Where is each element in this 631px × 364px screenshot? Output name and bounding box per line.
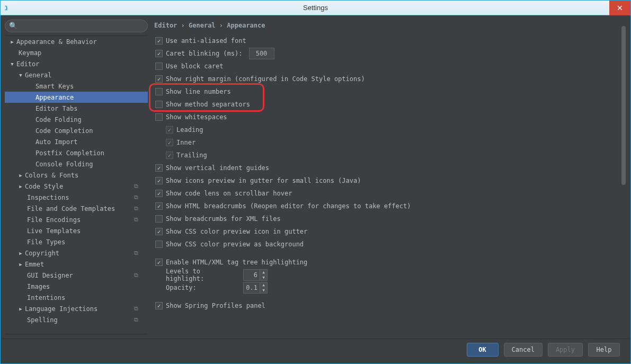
- opt-levels: Levels to highlight: 6▲▼: [155, 269, 626, 281]
- checkbox-icon[interactable]: [155, 177, 163, 184]
- tree-auto-import[interactable]: Auto Import: [5, 136, 148, 147]
- tree-postfix-completion[interactable]: Postfix Completion: [5, 147, 148, 158]
- tree-code-completion[interactable]: Code Completion: [5, 125, 148, 136]
- opt-method-separators[interactable]: Show method separators: [155, 98, 626, 111]
- opt-gutter-icons[interactable]: Show icons preview in gutter for small i…: [155, 174, 626, 187]
- breadcrumb: Editor › General › Appearance: [152, 20, 626, 34]
- chevron-right-icon: ▶: [17, 306, 24, 312]
- tree-intentions[interactable]: Intentions: [5, 292, 148, 303]
- tree-general[interactable]: ▼General: [5, 69, 148, 81]
- chevron-right-icon: ▶: [17, 173, 24, 178]
- project-icon: ⧉: [134, 250, 138, 256]
- opt-ws-inner[interactable]: Inner: [155, 136, 626, 149]
- opt-ws-leading[interactable]: Leading: [155, 123, 626, 136]
- checkbox-icon[interactable]: [155, 241, 163, 248]
- opt-opacity: Opacity: 0.1▲▼: [155, 281, 626, 294]
- project-icon: ⧉: [134, 205, 138, 212]
- tree-file-code-templates[interactable]: File and Code Templates⧉: [5, 203, 148, 214]
- cancel-button[interactable]: Cancel: [504, 343, 543, 357]
- chevron-right-icon: ▶: [9, 39, 15, 45]
- main-panel: Editor › General › Appearance Use anti-a…: [152, 20, 626, 334]
- scrollbar-thumb[interactable]: [621, 26, 626, 185]
- checkbox-icon[interactable]: [155, 228, 163, 235]
- project-icon: ⧉: [134, 216, 138, 223]
- tree-code-style[interactable]: ▶Code Style⧉: [5, 181, 148, 192]
- checkbox-icon[interactable]: [155, 63, 163, 70]
- opt-right-margin[interactable]: Show right margin (configured in Code St…: [155, 73, 626, 85]
- opt-spring[interactable]: Show Spring Profiles panel: [155, 299, 626, 312]
- project-icon: ⧉: [134, 272, 138, 279]
- help-button[interactable]: Help: [588, 343, 620, 357]
- opt-xml-breadcrumbs[interactable]: Show breadcrumbs for XML files: [155, 212, 626, 225]
- project-icon: ⧉: [134, 183, 138, 190]
- caret-ms-input[interactable]: 500: [249, 48, 274, 59]
- tree-inspections[interactable]: Inspections⧉: [5, 192, 148, 203]
- opt-css-bg[interactable]: Show CSS color preview as background: [155, 238, 626, 251]
- chevron-down-icon[interactable]: ▼: [260, 288, 267, 293]
- checkbox-icon[interactable]: [155, 259, 163, 266]
- checkbox-icon: [166, 126, 173, 134]
- checkbox-icon[interactable]: [155, 88, 163, 95]
- opt-code-lens[interactable]: Show code lens on scrollbar hover: [155, 187, 626, 200]
- tree-language-injections[interactable]: ▶Language Injections⧉: [5, 303, 148, 314]
- checkbox-icon[interactable]: [155, 113, 163, 121]
- tree-spelling[interactable]: Spelling⧉: [5, 314, 148, 325]
- tree-live-templates[interactable]: Live Templates: [5, 225, 148, 236]
- tree-appearance[interactable]: Appearance: [5, 92, 148, 103]
- chevron-down-icon: ▼: [9, 61, 15, 67]
- opt-whitespaces[interactable]: Show whitespaces: [155, 111, 626, 123]
- tree-appearance-behavior[interactable]: ▶Appearance & Behavior: [5, 36, 148, 47]
- tree-console-folding[interactable]: Console Folding: [5, 158, 148, 170]
- checkbox-icon[interactable]: [155, 75, 163, 83]
- opt-antialias[interactable]: Use anti-aliased font: [155, 34, 626, 47]
- tree-editor-tabs[interactable]: Editor Tabs: [5, 103, 148, 114]
- search-icon: 🔍: [9, 22, 17, 30]
- tree-file-encodings[interactable]: File Encodings⧉: [5, 214, 148, 225]
- levels-spinner[interactable]: 6▲▼: [243, 269, 268, 281]
- checkbox-icon[interactable]: [155, 302, 163, 309]
- tree-emmet[interactable]: ▶Emmet: [5, 259, 148, 270]
- opt-html-breadcrumbs[interactable]: Show HTML breadcrumbs (Reopen editor for…: [155, 200, 626, 212]
- tree-smart-keys[interactable]: Smart Keys: [5, 81, 148, 92]
- tree-editor[interactable]: ▼Editor: [5, 58, 148, 69]
- checkbox-icon[interactable]: [155, 164, 163, 172]
- tree-colors-fonts[interactable]: ▶Colors & Fonts: [5, 170, 148, 181]
- tree-keymap[interactable]: Keymap: [5, 47, 148, 58]
- chevron-up-icon[interactable]: ▲: [260, 282, 267, 288]
- sidebar: 🔍 ▶Appearance & Behavior Keymap ▼Editor …: [5, 20, 148, 334]
- opacity-spinner[interactable]: 0.1▲▼: [243, 282, 268, 294]
- search-input[interactable]: [5, 20, 148, 32]
- opt-css-preview[interactable]: Show CSS color preview icon in gutter: [155, 225, 626, 238]
- dialog-footer: OK Cancel Apply Help: [1, 339, 630, 360]
- opt-ws-trailing[interactable]: Trailing: [155, 149, 626, 162]
- opt-indent-guides[interactable]: Show vertical indent guides: [155, 162, 626, 174]
- opt-block-caret[interactable]: Use block caret: [155, 60, 626, 73]
- tree-images[interactable]: Images: [5, 281, 148, 292]
- project-icon: ⧉: [134, 305, 138, 312]
- window-title: Settings: [303, 4, 328, 12]
- apply-button[interactable]: Apply: [548, 343, 583, 357]
- checkbox-icon: [166, 139, 173, 146]
- chevron-down-icon[interactable]: ▼: [260, 275, 267, 280]
- checkbox-icon[interactable]: [155, 101, 163, 108]
- chevron-up-icon[interactable]: ▲: [260, 270, 267, 275]
- main-scrollbar[interactable]: [621, 20, 626, 334]
- checkbox-icon[interactable]: [155, 190, 163, 197]
- close-button[interactable]: ✕: [609, 1, 630, 15]
- settings-tree[interactable]: ▶Appearance & Behavior Keymap ▼Editor ▼G…: [5, 36, 148, 334]
- ok-button[interactable]: OK: [467, 343, 499, 357]
- checkbox-icon[interactable]: [155, 37, 163, 45]
- checkbox-icon[interactable]: [155, 202, 163, 210]
- checkbox-icon[interactable]: [155, 215, 163, 223]
- opt-tag-tree[interactable]: Enable HTML/XML tag tree highlighting: [155, 256, 626, 269]
- opt-caret-blink[interactable]: Caret blinking (ms):500: [155, 47, 626, 60]
- tree-code-folding[interactable]: Code Folding: [5, 114, 148, 125]
- chevron-right-icon: ▶: [17, 262, 24, 267]
- opt-line-numbers[interactable]: Show line numbers: [155, 85, 626, 98]
- checkbox-icon[interactable]: [155, 50, 163, 57]
- tree-file-types[interactable]: File Types: [5, 236, 148, 247]
- checkbox-icon: [166, 152, 173, 159]
- tree-copyright[interactable]: ▶Copyright⧉: [5, 247, 148, 259]
- chevron-right-icon: ▶: [17, 184, 24, 189]
- tree-gui-designer[interactable]: GUI Designer⧉: [5, 270, 148, 281]
